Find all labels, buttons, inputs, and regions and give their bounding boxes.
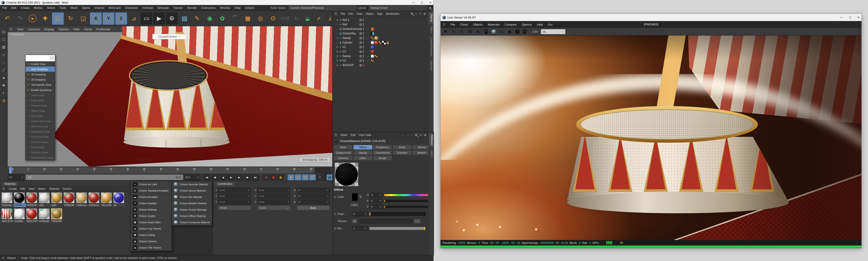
menu-item[interactable]: Window <box>220 6 230 9</box>
region-render-icon[interactable]: Ⓡ <box>467 29 473 34</box>
octane-menu-item[interactable]: ▬ Octane Arealight <box>131 194 172 200</box>
object-row[interactable]: — ▲ Cylinder <box>333 40 428 45</box>
workplane-xyz-icon[interactable]: XYZ <box>280 13 290 24</box>
menu-item[interactable]: Edit <box>11 6 16 9</box>
attribute-menu-item[interactable]: Edit <box>351 134 355 137</box>
up-icon[interactable]: ↑ <box>412 134 413 137</box>
live-viewer-menu-item[interactable]: File <box>451 23 455 26</box>
hue-slider[interactable] <box>384 194 428 196</box>
object-row[interactable]: — ⌖ Null <box>333 22 428 27</box>
expand-icon[interactable]: ⊞ <box>336 55 339 57</box>
octane-menu-item[interactable]: Octane Texture Manager <box>172 206 212 213</box>
material-thumbnail[interactable] <box>14 192 25 203</box>
material-item[interactable]: MIX PODIUM <box>64 192 75 207</box>
color-swatch[interactable] <box>352 193 358 201</box>
camera-hud-close-icon[interactable]: ✕ <box>178 35 180 38</box>
enabled-check-icon[interactable]: ✓ <box>367 37 369 39</box>
layer-chip[interactable] <box>360 32 362 35</box>
parameter-dot-icon[interactable] <box>334 196 336 198</box>
octane-menu-item[interactable]: ✿ Octane Scatter <box>131 213 172 219</box>
film-region-lock-icon[interactable]: ▣ <box>507 29 513 34</box>
mix-field[interactable]: 1.⇅ <box>352 226 368 231</box>
material-name[interactable]: OctGloss <box>88 204 100 207</box>
lock-z-icon[interactable]: Z <box>115 12 127 25</box>
live-selection-icon[interactable]: ➤ <box>27 12 38 25</box>
workplane-mode-icon[interactable]: ◇ <box>1 52 7 57</box>
material-thumbnail[interactable] <box>1 208 12 220</box>
rotation-p-field[interactable]: 0 °⇅ <box>297 194 330 199</box>
keyframe-selection-icon[interactable]: ◉ <box>277 174 284 180</box>
octane-menu-item[interactable]: ▦ Octane Node Editor <box>131 219 172 226</box>
menu-item[interactable]: Character <box>125 6 138 9</box>
snap-menu-item[interactable]: U Perpendicular Snap <box>26 155 55 160</box>
apply-button[interactable]: Apply <box>297 205 330 210</box>
play-icon[interactable]: ▶ <box>227 174 235 180</box>
float-field[interactable]: 0⇅ <box>352 212 368 216</box>
scale-icon[interactable]: ◱ <box>52 12 64 25</box>
lock-x-icon[interactable]: X <box>90 12 102 25</box>
position-x-field[interactable]: 0 cm⇅ <box>218 188 251 193</box>
octane-menu-item[interactable]: Octane Diffuse Material <box>172 213 212 219</box>
range-end-field[interactable]: 90 F⇅ <box>184 174 200 180</box>
visibility-toggles[interactable] <box>360 32 364 35</box>
materials-menu-icon[interactable]: ☰ <box>2 187 5 191</box>
object-row[interactable]: ⊞ ⌖ Null.1 <box>333 18 428 22</box>
snap-menu-item[interactable]: U Grid Line Snap <box>26 139 55 145</box>
size-y-field[interactable]: 0 cm⇅ <box>257 194 290 199</box>
object-tag[interactable] <box>378 41 382 44</box>
object-row[interactable]: ⊞ ∿ Sweep ✓ <box>333 36 428 40</box>
film-region-icon[interactable]: ▢ <box>499 29 504 34</box>
viewport[interactable]: ☰ ViewCamerasDisplayOptionsFilterPanelPr… <box>8 26 332 167</box>
parameter-dot-icon[interactable] <box>334 228 336 230</box>
snap-menu-item[interactable]: U Vertex Snap <box>26 92 55 98</box>
layer-chip[interactable] <box>360 28 362 30</box>
snap-menu-item[interactable]: U Enable Snap <box>26 61 55 66</box>
octane-menu-item[interactable]: Octane Glossy Material <box>172 187 212 194</box>
material-name[interactable]: GRIME C <box>14 204 26 207</box>
material-name[interactable]: RED STR <box>1 220 13 223</box>
object-name[interactable]: Cylinder <box>342 41 352 44</box>
visibility-toggles[interactable] <box>360 59 364 62</box>
key-position-icon[interactable]: ✚ <box>287 174 294 180</box>
expand-icon[interactable]: — <box>336 32 339 35</box>
octane-menu-item[interactable]: ☀ Octane Daylight <box>131 200 172 206</box>
channel-tab[interactable]: Opacity <box>353 150 373 155</box>
live-viewer-menu-icon[interactable]: ☰ <box>443 23 445 26</box>
live-viewer-title-bar[interactable]: Live Viewer V4.05-R7 — ▢ ✕ <box>440 14 862 21</box>
object-row[interactable]: ⊞ ⌖ C3 <box>333 49 428 54</box>
expand-icon[interactable]: ⊞ <box>336 19 339 21</box>
object-tag[interactable] <box>375 41 378 44</box>
viewport-menu-item[interactable]: ProRender <box>96 28 111 31</box>
float-slider[interactable] <box>369 212 426 216</box>
undo-icon[interactable]: ↶ <box>1 12 13 25</box>
live-viewer-menu-item[interactable]: Compare <box>504 23 517 26</box>
materials-menu-item[interactable]: Edit <box>20 187 25 191</box>
material-thumbnail[interactable] <box>51 192 62 203</box>
side-tab[interactable]: Layers <box>429 148 434 159</box>
object-tag[interactable] <box>371 36 374 40</box>
expand-icon[interactable]: ⊞ <box>336 37 339 39</box>
octane-menu-item[interactable]: ▣ Octane Dialog <box>131 232 172 238</box>
filter-icon[interactable]: ▽ <box>419 12 421 16</box>
color-expand-button[interactable]: ▾ <box>350 203 359 207</box>
object-name[interactable]: Null.1 <box>342 18 349 22</box>
prev-key-icon[interactable]: ◀| <box>211 174 219 180</box>
layer-chip[interactable] <box>360 64 362 66</box>
materials-menu-item[interactable]: Select <box>38 187 45 191</box>
material-item[interactable]: OctDiffu <box>14 208 26 223</box>
close-icon[interactable]: ✕ <box>50 56 54 60</box>
viewport-menu-item[interactable]: Options <box>59 28 69 31</box>
channel-tab[interactable]: Transmission <box>373 150 392 155</box>
focus-picker-icon[interactable]: F <box>515 29 520 34</box>
object-name[interactable]: OctaneSky <box>342 32 356 35</box>
material-thumbnail[interactable]: MIX <box>64 192 74 203</box>
materials-tab[interactable]: Materials <box>2 181 19 186</box>
object-manager-menu-item[interactable]: Object <box>366 12 373 16</box>
polygons-mode-icon[interactable]: ▲ <box>1 75 7 81</box>
materials-menu-item[interactable]: View <box>29 187 34 191</box>
object-manager-menu-item[interactable]: File <box>341 12 345 16</box>
object-tag[interactable] <box>371 50 374 53</box>
channel-tab[interactable]: Editor <box>353 155 373 161</box>
rotation-b-field[interactable]: 0 °⇅ <box>297 200 330 204</box>
viewport-menu-item[interactable]: Panel <box>84 28 92 31</box>
